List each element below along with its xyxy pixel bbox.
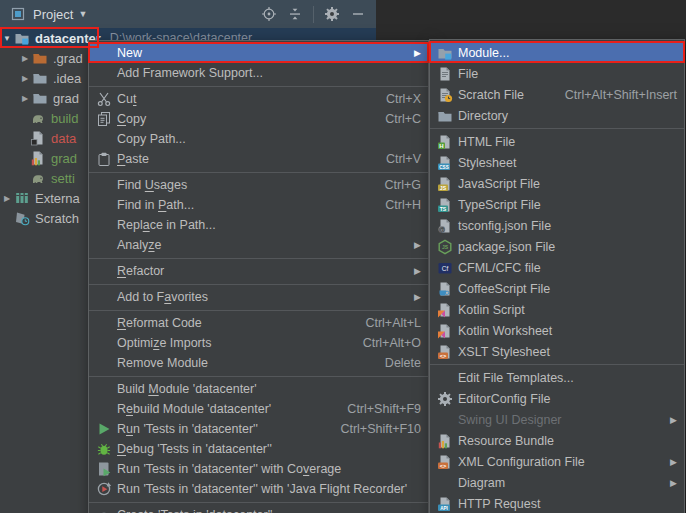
menu-item-right: Delete xyxy=(371,356,421,370)
menu-item-reformat-code[interactable]: Reformat CodeCtrl+Alt+L xyxy=(89,313,428,333)
expand-arrow-icon[interactable]: ▶ xyxy=(0,194,14,203)
no-icon xyxy=(96,177,113,193)
menu-item-label: CoffeeScript File xyxy=(458,282,550,296)
menu-item-new[interactable]: New▶ xyxy=(89,43,428,63)
svg-text:H: H xyxy=(439,142,443,148)
menu-item-package-json-file[interactable]: JSpackage.json File xyxy=(430,236,684,257)
menu-item-cfml-cfc-file[interactable]: CfCFML/CFC file xyxy=(430,257,684,278)
gradle-icon xyxy=(30,110,47,126)
no-icon xyxy=(96,401,113,417)
ide-window: Project ▼ ▼ datacenter D:\work-space\dat… xyxy=(0,0,686,513)
menu-item-scratch-file[interactable]: Scratch FileCtrl+Alt+Shift+Insert xyxy=(430,84,684,105)
menu-item-resource-bundle[interactable]: Resource Bundle xyxy=(430,430,684,451)
menu-item-html-file[interactable]: HHTML File xyxy=(430,131,684,152)
menu-shortcut: Ctrl+X xyxy=(386,92,421,106)
menu-item-run-tests-in-datacenter-with-coverage[interactable]: Run 'Tests in 'datacenter'' with Coverag… xyxy=(89,459,428,479)
hide-icon[interactable] xyxy=(350,6,366,22)
menu-item-copy-path[interactable]: Copy Path... xyxy=(89,129,428,149)
menu-item-xslt-stylesheet[interactable]: <>XSLT Stylesheet xyxy=(430,341,684,362)
expand-arrow-icon[interactable]: ▶ xyxy=(18,74,32,83)
cf-icon: Cf xyxy=(437,260,454,276)
menu-item-label: Add Framework Support... xyxy=(117,66,263,80)
menu-item-label: CFML/CFC file xyxy=(458,261,541,275)
create-tests-icon xyxy=(96,507,113,513)
menu-item-refactor[interactable]: Refactor▶ xyxy=(89,261,428,281)
menu-item-editorconfig-file[interactable]: EditorConfig File xyxy=(430,388,684,409)
locate-icon[interactable] xyxy=(261,6,277,22)
menu-separator xyxy=(89,310,428,311)
expand-arrow-icon[interactable]: ▶ xyxy=(18,54,32,63)
menu-shortcut: Ctrl+V xyxy=(386,152,421,166)
menu-item-right: ▶ xyxy=(399,48,421,58)
run-icon xyxy=(96,421,113,437)
menu-item-find-usages[interactable]: Find UsagesCtrl+G xyxy=(89,175,428,195)
menu-item-kotlin-script[interactable]: Kotlin Script xyxy=(430,299,684,320)
no-icon xyxy=(96,237,113,253)
svg-text:CSS: CSS xyxy=(439,164,448,169)
menu-item-copy[interactable]: CopyCtrl+C xyxy=(89,109,428,129)
submenu-arrow-icon: ▶ xyxy=(413,48,421,58)
menu-item-find-in-path[interactable]: Find in Path...Ctrl+H xyxy=(89,195,428,215)
menu-item-diagram[interactable]: Diagram▶ xyxy=(430,472,684,493)
menu-item-optimize-imports[interactable]: Optimize ImportsCtrl+Alt+O xyxy=(89,333,428,353)
menu-shortcut: Ctrl+Alt+O xyxy=(363,336,421,350)
menu-item-cut[interactable]: CutCtrl+X xyxy=(89,89,428,109)
menu-item-build-module-datacenter[interactable]: Build Module 'datacenter' xyxy=(89,379,428,399)
menu-item-remove-module[interactable]: Remove ModuleDelete xyxy=(89,353,428,373)
menu-item-label: Copy Path... xyxy=(117,132,186,146)
menu-item-stylesheet[interactable]: CSSStylesheet xyxy=(430,152,684,173)
no-icon xyxy=(96,315,113,331)
folder-icon xyxy=(437,108,454,124)
menu-item-label: Run 'Tests in 'datacenter'' xyxy=(117,422,258,436)
api-icon: API xyxy=(437,496,454,512)
chevron-down-icon[interactable]: ▼ xyxy=(78,9,87,19)
menu-item-label: Remove Module xyxy=(117,356,208,370)
menu-item-xml-configuration-file[interactable]: <>XML Configuration File▶ xyxy=(430,451,684,472)
menu-separator xyxy=(89,258,428,259)
tree-item-label: grad xyxy=(51,151,77,166)
svg-text:Cf: Cf xyxy=(442,265,449,272)
menu-item-label: Kotlin Worksheet xyxy=(458,324,552,338)
menu-item-analyze[interactable]: Analyze▶ xyxy=(89,235,428,255)
menu-item-right: Ctrl+Alt+O xyxy=(349,336,421,350)
toolwindow-title: Project xyxy=(33,7,73,22)
menu-item-module[interactable]: Module... xyxy=(430,42,684,63)
menu-item-tsconfig-json-file[interactable]: @tsconfig.json File xyxy=(430,215,684,236)
menu-item-right: ▶ xyxy=(399,240,421,250)
collapse-all-icon[interactable] xyxy=(287,6,303,22)
menu-item-add-to-favorites[interactable]: Add to Favorites▶ xyxy=(89,287,428,307)
menu-item-label: Resource Bundle xyxy=(458,434,554,448)
menu-item-label: Find Usages xyxy=(117,178,187,192)
expand-arrow-icon[interactable]: ▶ xyxy=(18,94,32,103)
menu-item-add-framework-support[interactable]: Add Framework Support... xyxy=(89,63,428,83)
menu-item-directory[interactable]: Directory xyxy=(430,105,684,126)
menu-item-file[interactable]: File xyxy=(430,63,684,84)
menu-item-label: Refactor xyxy=(117,264,164,278)
menu-item-label: Directory xyxy=(458,109,508,123)
folder-excluded-icon xyxy=(32,50,49,66)
expand-arrow-icon[interactable]: ▼ xyxy=(0,34,14,43)
menu-item-run-tests-in-datacenter[interactable]: Run 'Tests in 'datacenter''Ctrl+Shift+F1… xyxy=(89,419,428,439)
menu-item-right: Ctrl+Alt+Shift+Insert xyxy=(551,88,677,102)
gear-icon[interactable] xyxy=(324,6,340,22)
menu-item-paste[interactable]: PasteCtrl+V xyxy=(89,149,428,169)
tree-item-label: Externa xyxy=(35,191,80,206)
menu-item-create-tests-in-datacenter[interactable]: Create 'Tests in 'datacenter''... xyxy=(89,505,428,513)
menu-item-edit-file-templates[interactable]: Edit File Templates... xyxy=(430,367,684,388)
menu-item-run-tests-in-datacenter-with-java-flight[interactable]: Run 'Tests in 'datacenter'' with 'Java F… xyxy=(89,479,428,499)
cut-icon xyxy=(96,91,113,107)
submenu-arrow-icon: ▶ xyxy=(413,266,421,276)
menu-item-typescript-file[interactable]: TSTypeScript File xyxy=(430,194,684,215)
menu-item-replace-in-path[interactable]: Replace in Path... xyxy=(89,215,428,235)
menu-item-right: Ctrl+Shift+F10 xyxy=(326,422,421,436)
menu-item-debug-tests-in-datacenter[interactable]: Debug 'Tests in 'datacenter'' xyxy=(89,439,428,459)
tree-item-label: data xyxy=(51,131,76,146)
menu-separator xyxy=(89,172,428,173)
new-submenu: Module...FileScratch FileCtrl+Alt+Shift+… xyxy=(429,39,685,513)
menu-item-javascript-file[interactable]: JSJavaScript File xyxy=(430,173,684,194)
menu-item-kotlin-worksheet[interactable]: Kotlin Worksheet xyxy=(430,320,684,341)
menu-item-rebuild-module-datacenter[interactable]: Rebuild Module 'datacenter'Ctrl+Shift+F9 xyxy=(89,399,428,419)
menu-shortcut: Delete xyxy=(385,356,421,370)
menu-item-coffeescript-file[interactable]: CoffeeScript File xyxy=(430,278,684,299)
menu-item-http-request[interactable]: APIHTTP Request xyxy=(430,493,684,513)
